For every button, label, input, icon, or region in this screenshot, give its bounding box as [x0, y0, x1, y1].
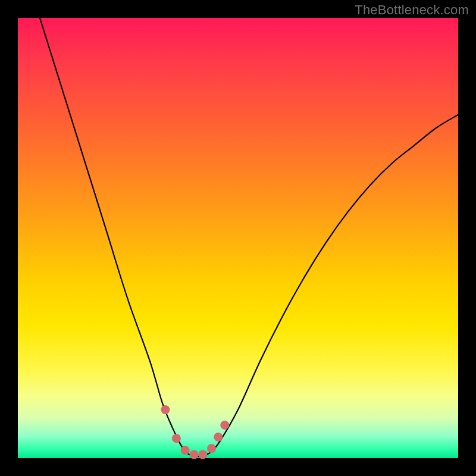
marker-dot	[190, 450, 199, 459]
marker-dot	[172, 434, 181, 443]
marker-dot	[220, 421, 229, 430]
marker-dot	[181, 446, 190, 455]
curve-svg	[18, 18, 458, 458]
chart-frame: TheBottleneck.com	[0, 0, 476, 476]
marker-dot	[161, 405, 170, 414]
marker-dot	[207, 444, 216, 453]
watermark-text: TheBottleneck.com	[355, 2, 469, 18]
bottleneck-curve	[40, 18, 458, 456]
plot-area	[18, 18, 458, 458]
marker-dot	[214, 433, 223, 441]
marker-dots	[161, 405, 229, 459]
marker-dot	[198, 450, 207, 459]
